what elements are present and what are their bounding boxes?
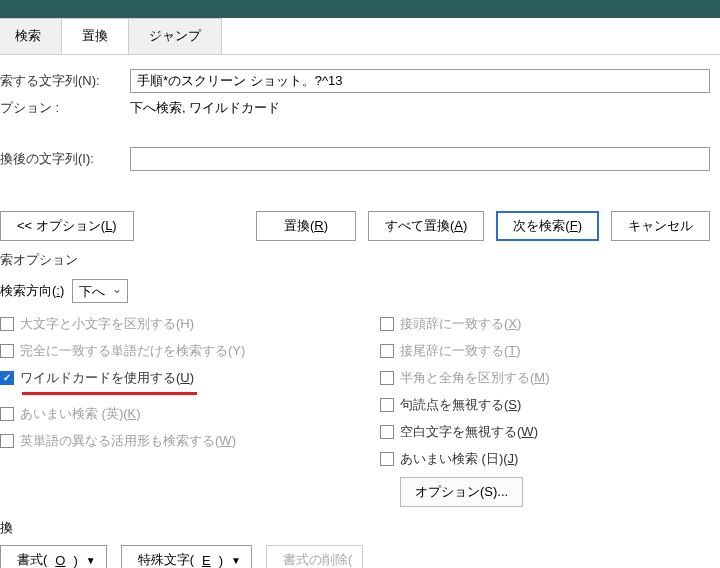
find-what-label: 索する文字列(N): <box>0 72 130 90</box>
options-label: プション : <box>0 99 130 117</box>
fuzzy-ja-label: あいまい検索 (日)(J) <box>400 450 518 468</box>
special-char-button[interactable]: 特殊文字(E)▼ <box>121 545 252 568</box>
word-forms-checkbox[interactable] <box>0 434 14 448</box>
half-full-label: 半角と全角を区別する(M) <box>400 369 550 387</box>
punct-label: 句読点を無視する(S) <box>400 396 521 414</box>
prefix-checkbox <box>380 317 394 331</box>
replace-section-label: 換 <box>0 519 720 537</box>
tab-replace[interactable]: 置換 <box>61 18 129 54</box>
dialog-content: 検索 置換 ジャンプ 索する文字列(N): プション : 下へ検索, ワイルドカ… <box>0 18 720 568</box>
fuzzy-en-label: あいまい検索 (英)(K) <box>20 405 141 423</box>
match-case-checkbox <box>0 317 14 331</box>
tab-search[interactable]: 検索 <box>0 18 62 54</box>
options-columns: 大文字と小文字を区別する(H) 完全に一致する単語だけを検索する(Y) ワイルド… <box>0 315 720 507</box>
word-forms-label: 英単語の異なる活用形も検索する(W) <box>20 432 236 450</box>
fuzzy-options-button[interactable]: オプション(S)... <box>400 477 523 507</box>
wildcards-label: ワイルドカードを使用する(U) <box>20 369 194 387</box>
direction-label: 検索方向(:) <box>0 282 64 300</box>
whitespace-label: 空白文字を無視する(W) <box>400 423 538 441</box>
options-summary: 下へ検索, ワイルドカード <box>130 99 280 117</box>
options-left-col: 大文字と小文字を区別する(H) 完全に一致する単語だけを検索する(Y) ワイルド… <box>0 315 340 507</box>
half-full-checkbox <box>380 371 394 385</box>
whitespace-checkbox[interactable] <box>380 425 394 439</box>
main-button-row: << オプション(L) 置換(R) すべて置換(A) 次を検索(F) キャンセル <box>0 211 710 241</box>
direction-row: 検索方向(:) 下へ <box>0 279 720 303</box>
fuzzy-ja-checkbox[interactable] <box>380 452 394 466</box>
chevron-down-icon: ▼ <box>231 555 241 566</box>
format-button[interactable]: 書式(O)▼ <box>0 545 107 568</box>
options-right-col: 接頭辞に一致する(X) 接尾辞に一致する(T) 半角と全角を区別する(M) 句読… <box>340 315 720 507</box>
prefix-label: 接頭辞に一致する(X) <box>400 315 521 333</box>
search-options-group-label: 索オプション <box>0 251 720 269</box>
whole-word-label: 完全に一致する単語だけを検索する(Y) <box>20 342 245 360</box>
red-underline-annotation <box>22 392 197 395</box>
replace-section: 換 書式(O)▼ 特殊文字(E)▼ 書式の削除( <box>0 519 720 568</box>
replace-with-input[interactable] <box>130 147 710 171</box>
tab-jump[interactable]: ジャンプ <box>128 18 222 54</box>
less-options-button[interactable]: << オプション(L) <box>0 211 134 241</box>
title-bar <box>0 0 720 18</box>
replace-button[interactable]: 置換(R) <box>256 211 356 241</box>
replace-with-label: 換後の文字列(I): <box>0 150 130 168</box>
whole-word-checkbox <box>0 344 14 358</box>
direction-select[interactable]: 下へ <box>72 279 128 303</box>
fuzzy-en-checkbox[interactable] <box>0 407 14 421</box>
suffix-label: 接尾辞に一致する(T) <box>400 342 521 360</box>
suffix-checkbox <box>380 344 394 358</box>
replace-all-button[interactable]: すべて置換(A) <box>368 211 484 241</box>
chevron-down-icon: ▼ <box>86 555 96 566</box>
wildcards-checkbox[interactable] <box>0 371 14 385</box>
find-what-input[interactable] <box>130 69 710 93</box>
match-case-label: 大文字と小文字を区別する(H) <box>20 315 194 333</box>
no-formatting-button: 書式の削除( <box>266 545 363 568</box>
find-next-button[interactable]: 次を検索(F) <box>496 211 599 241</box>
punct-checkbox[interactable] <box>380 398 394 412</box>
form-area: 索する文字列(N): プション : 下へ検索, ワイルドカード 換後の文字列(I… <box>0 55 720 189</box>
tab-strip: 検索 置換 ジャンプ <box>0 18 720 55</box>
cancel-button[interactable]: キャンセル <box>611 211 710 241</box>
